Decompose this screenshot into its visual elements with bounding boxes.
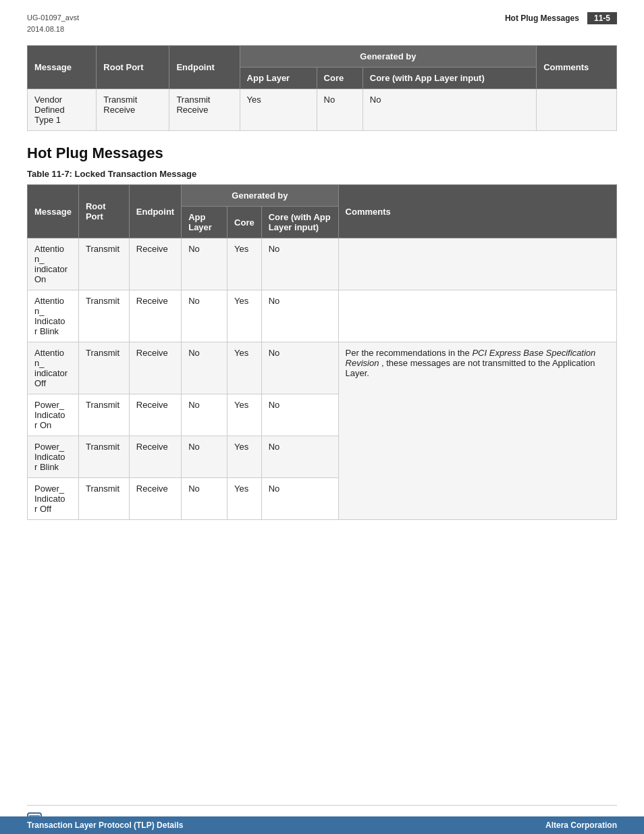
cell-core-with: No xyxy=(261,238,338,290)
cell-app-layer: No xyxy=(182,478,227,520)
cell-endpoint: Receive xyxy=(129,290,181,342)
th-root-port-2: Root Port xyxy=(78,185,129,238)
cell-comments xyxy=(537,89,617,131)
table-row: Attention_indicatorOff Transmit Receive … xyxy=(28,342,617,394)
cell-app-layer: No xyxy=(182,342,227,394)
cell-core: Yes xyxy=(227,290,262,342)
cell-root-port: Transmit xyxy=(78,342,129,394)
cell-core: No xyxy=(317,89,363,131)
cell-core: Yes xyxy=(227,238,262,290)
cell-message: Power_Indicator Off xyxy=(28,478,79,520)
cell-core-with: No xyxy=(261,478,338,520)
cell-app-layer: No xyxy=(182,238,227,290)
th-endpoint-1: Endpoint xyxy=(169,46,240,89)
th-app-layer-2: App Layer xyxy=(182,207,227,238)
section-header-title: Hot Plug Messages xyxy=(505,14,587,23)
th-core-with-1: Core (with App Layer input) xyxy=(363,68,536,89)
cell-message: Attention_indicatorOff xyxy=(28,342,79,394)
cell-endpoint: Receive xyxy=(129,394,181,436)
th-comments-1: Comments xyxy=(537,46,617,89)
doc-info: UG-01097_avst 2014.08.18 xyxy=(27,12,79,34)
footer-left: Transaction Layer Protocol (TLP) Details xyxy=(27,820,183,830)
footer-right: Altera Corporation xyxy=(545,820,617,830)
page-number: 11-5 xyxy=(587,12,617,24)
doc-id: UG-01097_avst xyxy=(27,12,79,24)
cell-message: Attention_Indicator Blink xyxy=(28,290,79,342)
cell-core: Yes xyxy=(227,436,262,478)
cell-comments-span: Per the recommendations in the PCI Expre… xyxy=(338,342,616,520)
cell-endpoint: Receive xyxy=(129,478,181,520)
section-title: Hot Plug Messages xyxy=(27,145,617,162)
table-row: Attention_Indicator Blink Transmit Recei… xyxy=(28,290,617,342)
page-info: Hot Plug Messages 11-5 xyxy=(505,12,617,24)
cell-core-with: No xyxy=(261,394,338,436)
table-hot-plug: Message Root Port Endpoint Generated by … xyxy=(27,184,617,520)
cell-message: Power_Indicator Blink xyxy=(28,436,79,478)
cell-core-with: No xyxy=(261,436,338,478)
th-message-2: Message xyxy=(28,185,79,238)
cell-root-port: TransmitReceive xyxy=(97,89,169,131)
cell-core: Yes xyxy=(227,342,262,394)
th-root-port-1: Root Port xyxy=(97,46,169,89)
table-row: VendorDefinedType 1 TransmitReceive Tran… xyxy=(28,89,617,131)
cell-root-port: Transmit xyxy=(78,394,129,436)
cell-root-port: Transmit xyxy=(78,290,129,342)
cell-root-port: Transmit xyxy=(78,436,129,478)
cell-endpoint: TransmitReceive xyxy=(169,89,240,131)
cell-core-with: No xyxy=(261,290,338,342)
cell-core: Yes xyxy=(227,478,262,520)
cell-endpoint: Receive xyxy=(129,238,181,290)
cell-comments xyxy=(338,290,616,342)
page-header: UG-01097_avst 2014.08.18 Hot Plug Messag… xyxy=(0,0,644,38)
th-app-layer-1: App Layer xyxy=(240,68,317,89)
th-core-1: Core xyxy=(317,68,363,89)
table-row: Attention_indicatorOn Transmit Receive N… xyxy=(28,238,617,290)
th-endpoint-2: Endpoint xyxy=(129,185,181,238)
cell-root-port: Transmit xyxy=(78,478,129,520)
cell-core-with: No xyxy=(261,342,338,394)
cell-comments xyxy=(338,238,616,290)
cell-app-layer: No xyxy=(182,290,227,342)
italic-text: PCI Express Base Specification Revision xyxy=(346,348,596,368)
th-generated-by-2: Generated by xyxy=(182,185,338,207)
cell-root-port: Transmit xyxy=(78,238,129,290)
th-core-with-2: Core (with App Layer input) xyxy=(261,207,338,238)
th-core-2: Core xyxy=(227,207,262,238)
cell-app-layer: Yes xyxy=(240,89,317,131)
table-caption: Table 11-7: Locked Transaction Message xyxy=(27,169,617,179)
cell-message: VendorDefinedType 1 xyxy=(28,89,97,131)
doc-date: 2014.08.18 xyxy=(27,24,79,35)
page-footer: Transaction Layer Protocol (TLP) Details… xyxy=(0,816,644,834)
table-vendor-defined: Message Root Port Endpoint Generated by … xyxy=(27,45,617,131)
cell-core: Yes xyxy=(227,394,262,436)
cell-endpoint: Receive xyxy=(129,342,181,394)
th-message-1: Message xyxy=(28,46,97,89)
th-comments-2: Comments xyxy=(338,185,616,238)
footer-area: Send Feedback Transaction Layer Protocol… xyxy=(0,805,644,834)
cell-endpoint: Receive xyxy=(129,436,181,478)
th-generated-by-1: Generated by xyxy=(240,46,537,68)
cell-core-with: No xyxy=(363,89,536,131)
cell-message: Attention_indicatorOn xyxy=(28,238,79,290)
cell-app-layer: No xyxy=(182,436,227,478)
cell-message: Power_Indicator On xyxy=(28,394,79,436)
cell-app-layer: No xyxy=(182,394,227,436)
main-content: Message Root Port Endpoint Generated by … xyxy=(0,38,644,547)
